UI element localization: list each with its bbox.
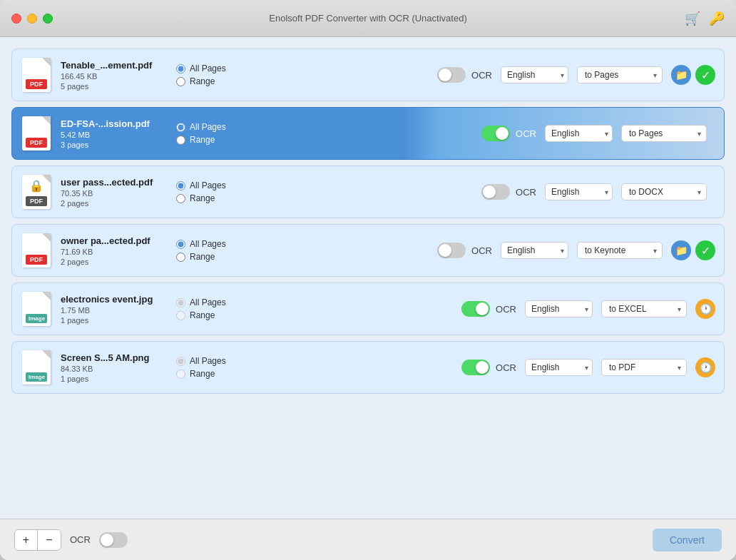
ocr-track[interactable] [437,243,466,258]
range-radio-label[interactable]: Range [176,369,247,379]
file-row-2[interactable]: PDFED-FSA-...ission.pdf5.42 MB3 pagesAll… [11,107,725,160]
file-row-5[interactable]: Imageelectronics event.jpg1.75 MB1 pages… [11,282,725,335]
file-info-3: user pass...ected.pdf70.35 KB2 pages [61,177,168,208]
range-radio-label[interactable]: Range [176,193,247,203]
ocr-toggle-3[interactable] [481,184,510,200]
ocr-track[interactable] [481,126,510,141]
check-button-1[interactable]: ✓ [695,65,715,85]
language-select-wrap-1: English [501,66,568,83]
ocr-toggle-6[interactable] [461,360,490,375]
remove-file-button[interactable]: − [38,530,61,550]
format-select-5[interactable]: to EXCEL [601,300,687,317]
key-icon[interactable]: 🔑 [709,11,725,26]
ocr-track[interactable] [461,301,490,317]
language-select-1[interactable]: English [501,66,568,83]
language-select-6[interactable]: English [525,359,593,376]
range-radio-label[interactable]: Range [176,135,247,145]
file-info-2: ED-FSA-...ission.pdf5.42 MB3 pages [61,118,168,149]
page-options-2: All PagesRange [176,122,247,145]
all-pages-radio[interactable] [176,123,185,132]
format-select-6[interactable]: to PDF [601,359,687,376]
file-size: 5.42 MB [61,131,168,139]
all-pages-radio-label[interactable]: All Pages [176,297,247,307]
file-pages: 3 pages [61,141,168,149]
ocr-toggle-2[interactable] [481,126,510,141]
all-pages-radio[interactable] [176,64,185,73]
range-radio[interactable] [176,370,185,379]
file-pages: 1 pages [61,316,168,325]
all-pages-radio-label[interactable]: All Pages [176,239,247,249]
ocr-section-5: OCR [461,301,516,317]
file-icon-1: PDF [21,56,52,93]
range-radio[interactable] [176,77,185,86]
language-select-4[interactable]: English [501,242,568,259]
convert-button[interactable]: Convert [653,529,722,551]
all-pages-radio-label[interactable]: All Pages [176,122,247,132]
range-radio[interactable] [176,136,185,145]
file-info-1: Tenable_...ement.pdf166.45 KB5 pages [61,60,168,91]
add-file-button[interactable]: + [15,530,38,550]
ocr-section-3: OCR [481,184,536,200]
format-select-wrap-4: to Keynote [577,242,663,259]
folder-button-4[interactable]: 📁 [671,240,691,260]
language-select-3[interactable]: English [545,183,613,200]
all-pages-radio-label[interactable]: All Pages [176,180,247,190]
minimize-button[interactable] [27,14,37,24]
file-row-4[interactable]: PDFowner pa...ected.pdf71.69 KB2 pagesAl… [11,224,725,277]
maximize-button[interactable] [43,14,53,24]
row-actions-1: 📁✓ [671,65,715,85]
all-pages-radio[interactable] [176,357,185,366]
range-radio-label[interactable]: Range [176,310,247,320]
clock-button-6[interactable]: 🕐 [695,357,715,377]
format-select-1[interactable]: to Pages [577,66,663,83]
format-select-3[interactable]: to DOCX [621,183,707,200]
file-size: 84.33 KB [61,365,168,373]
ocr-track[interactable] [481,184,510,200]
global-ocr-toggle[interactable] [99,532,128,548]
close-button[interactable] [11,14,21,24]
range-label: Range [190,310,215,320]
all-pages-radio-label[interactable]: All Pages [176,356,247,366]
range-radio-label[interactable]: Range [176,252,247,262]
range-radio-label[interactable]: Range [176,76,247,86]
range-radio[interactable] [176,194,185,203]
ocr-toggle-1[interactable] [437,67,466,83]
file-icon-5: Image [21,290,52,327]
format-select-4[interactable]: to Keynote [577,242,663,259]
file-name: ED-FSA-...ission.pdf [61,118,168,129]
ocr-track[interactable] [437,67,466,83]
language-select-5[interactable]: English [525,300,593,317]
ocr-label: OCR [516,187,536,198]
file-size: 166.45 KB [61,72,168,81]
all-pages-label: All Pages [190,63,226,73]
clock-button-5[interactable]: 🕐 [695,299,715,319]
folder-button-1[interactable]: 📁 [671,65,691,85]
all-pages-radio-label[interactable]: All Pages [176,63,247,73]
file-size: 70.35 KB [61,189,168,198]
language-select-2[interactable]: English [545,125,613,142]
file-row-1[interactable]: PDFTenable_...ement.pdf166.45 KB5 pagesA… [11,49,725,101]
ocr-track[interactable] [461,360,490,375]
file-pages: 2 pages [61,199,168,208]
file-list: PDFTenable_...ement.pdf166.45 KB5 pagesA… [0,37,736,519]
file-row-6[interactable]: ImageScreen S...5 AM.png84.33 KB1 pagesA… [11,341,725,394]
titlebar-icons: 🛒 🔑 [685,11,725,26]
page-options-4: All PagesRange [176,239,247,262]
all-pages-radio[interactable] [176,240,185,249]
range-radio[interactable] [176,311,185,320]
ocr-label: OCR [496,304,516,315]
window-title: Enolsoft PDF Converter with OCR (Unactiv… [269,13,466,24]
cart-icon[interactable]: 🛒 [685,11,700,26]
all-pages-radio[interactable] [176,298,185,307]
page-options-6: All PagesRange [176,356,247,379]
file-row-3[interactable]: 🔒PDFuser pass...ected.pdf70.35 KB2 pages… [11,166,725,218]
format-select-2[interactable]: to Pages [621,125,707,142]
ocr-toggle-4[interactable] [437,243,466,258]
check-button-4[interactable]: ✓ [695,240,715,260]
file-icon-3: 🔒PDF [21,173,52,210]
range-radio[interactable] [176,253,185,262]
all-pages-radio[interactable] [176,181,185,190]
ocr-toggle-5[interactable] [461,301,490,317]
global-ocr-track[interactable] [99,532,128,548]
row-actions-5: 🕐 [695,299,715,319]
